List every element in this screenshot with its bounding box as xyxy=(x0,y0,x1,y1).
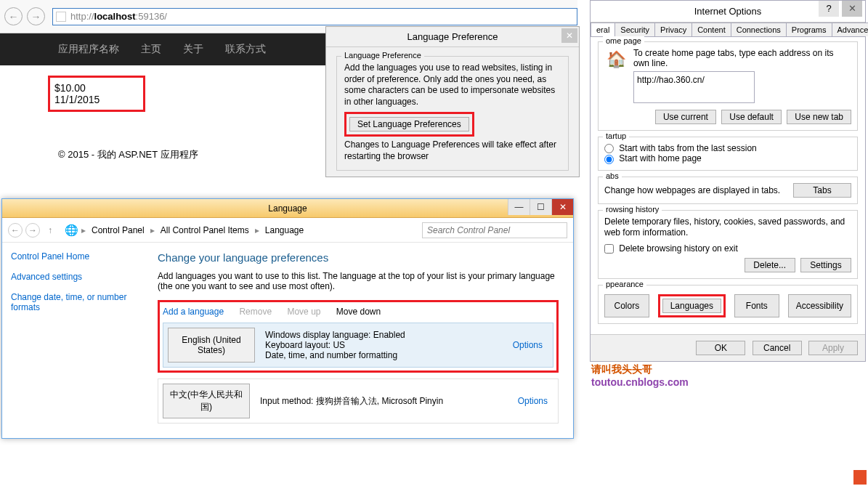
section-title: rowsing history xyxy=(603,205,662,214)
tab-general[interactable]: eral xyxy=(591,23,615,36)
langpref-fieldset: Language Preference Add the languages yo… xyxy=(336,56,569,171)
close-icon[interactable]: ✕ xyxy=(551,199,573,215)
history-settings-button[interactable]: Settings xyxy=(800,258,851,272)
minimize-icon[interactable]: — xyxy=(508,199,530,215)
add-language-link[interactable]: Add a language xyxy=(163,307,224,317)
history-section: rowsing history Delete temporary files, … xyxy=(598,210,858,280)
lang-details: Input method: 搜狗拼音输入法, Microsoft Pinyin xyxy=(260,395,511,408)
delete-on-exit-checkbox[interactable]: Delete browsing history on exit xyxy=(604,243,738,254)
homepage-input[interactable] xyxy=(633,71,755,103)
page-icon xyxy=(56,12,66,22)
colors-button[interactable]: Colors xyxy=(604,294,649,317)
lang-options-link[interactable]: Options xyxy=(513,340,548,350)
homepage-section: ome page 🏠 To create home page tabs, typ… xyxy=(598,41,858,131)
crumb-1[interactable]: Control Panel xyxy=(92,225,145,235)
fieldset-title: Language Preference xyxy=(341,51,424,60)
remove-link[interactable]: Remove xyxy=(239,307,272,317)
window-titlebar: Language — ☐ ✕ xyxy=(2,199,573,218)
set-lang-pref-button[interactable]: Set Language Preferences xyxy=(349,117,469,131)
region-icon: 🌐 xyxy=(65,224,78,237)
dialog-titlebar: Internet Options ? ✕ xyxy=(591,1,865,23)
back-button[interactable]: ← xyxy=(8,223,23,238)
startup-section: tartup Start with tabs from the last ses… xyxy=(598,137,858,171)
tab-privacy[interactable]: Privacy xyxy=(654,23,692,36)
html5-icon xyxy=(853,470,867,485)
nav-contact[interactable]: 联系方式 xyxy=(225,43,266,56)
watermark-line1: 请叫我头头哥 xyxy=(591,363,689,376)
sidebar-cpl-home[interactable]: Control Panel Home xyxy=(11,251,139,262)
sidebar-advanced-settings[interactable]: Advanced settings xyxy=(11,272,139,282)
page-subtext: Add languages you want to use to this li… xyxy=(158,271,559,291)
lang-toolbar: Add a language Remove Move up Move down xyxy=(163,307,553,317)
date-text: 11/1/2015 xyxy=(54,94,100,105)
price-text: $10.00 xyxy=(54,82,100,94)
startup-homepage-radio[interactable]: Start with home page xyxy=(604,153,702,163)
nav-about[interactable]: 关于 xyxy=(183,43,203,56)
tab-content[interactable]: Content xyxy=(691,23,731,36)
use-current-button[interactable]: Use current xyxy=(655,110,716,124)
site-brand[interactable]: 应用程序名称 xyxy=(58,43,119,56)
section-title: tartup xyxy=(603,131,629,140)
search-input[interactable] xyxy=(422,222,567,238)
tab-connections[interactable]: Connections xyxy=(731,23,787,36)
internet-options-dialog: Internet Options ? ✕ eral Security Priva… xyxy=(590,0,866,362)
crumb-2[interactable]: All Control Panel Items xyxy=(161,225,249,235)
back-button[interactable]: ← xyxy=(4,7,23,25)
home-icon: 🏠 xyxy=(604,48,628,71)
highlight-box: $10.00 11/1/2015 xyxy=(48,76,145,112)
maximize-icon[interactable]: ☐ xyxy=(530,199,551,215)
home-desc: To create home page tabs, type each addr… xyxy=(633,48,851,68)
breadcrumb-toolbar: ← → ↑ 🌐 ▸ Control Panel ▸ All Control Pa… xyxy=(2,218,573,243)
langpref-note: Changes to Language Preferences will tak… xyxy=(344,139,561,162)
tabs-desc: Change how webpages are displayed in tab… xyxy=(604,185,793,195)
startup-last-session-radio[interactable]: Start with tabs from the last session xyxy=(604,143,757,153)
dialog-title: Language Preference xyxy=(407,31,498,42)
crumb-3[interactable]: Language xyxy=(265,225,304,235)
apply-button[interactable]: Apply xyxy=(808,341,858,355)
forward-button[interactable]: → xyxy=(25,223,40,238)
lang-badge: 中文(中华人民共和国) xyxy=(163,384,250,418)
page-heading: Change your language preferences xyxy=(158,251,559,264)
ok-button[interactable]: OK xyxy=(696,341,745,355)
dialog-title: Internet Options xyxy=(694,6,762,17)
close-icon[interactable]: ✕ xyxy=(842,1,862,17)
accessibility-button[interactable]: Accessibility xyxy=(788,294,851,317)
window-title: Language xyxy=(268,203,307,214)
lang-badge: English (United States) xyxy=(168,328,255,363)
language-control-panel-window: Language — ☐ ✕ ← → ↑ 🌐 ▸ Control Panel ▸… xyxy=(1,198,574,439)
section-title: ppearance xyxy=(603,280,646,288)
forward-button[interactable]: → xyxy=(27,7,45,25)
close-icon[interactable]: ✕ xyxy=(561,28,577,43)
lang-row-english[interactable]: English (United States) Windows display … xyxy=(163,323,553,368)
cancel-button[interactable]: Cancel xyxy=(753,341,802,355)
fonts-button[interactable]: Fonts xyxy=(734,294,779,317)
tab-advanced[interactable]: Advanced xyxy=(832,23,868,36)
tabs-button[interactable]: Tabs xyxy=(793,183,851,198)
main-panel: Change your language preferences Add lan… xyxy=(147,243,573,438)
use-new-tab-button[interactable]: Use new tab xyxy=(787,110,851,124)
move-down-link[interactable]: Move down xyxy=(336,307,381,317)
nav-home[interactable]: 主页 xyxy=(141,43,161,56)
lang-options-link[interactable]: Options xyxy=(518,396,553,406)
sidebar-date-formats[interactable]: Change date, time, or number formats xyxy=(11,292,139,312)
url-text: http://localhost:59136/ xyxy=(70,11,167,22)
lang-row-chinese[interactable]: 中文(中华人民共和国) Input method: 搜狗拼音输入法, Micro… xyxy=(158,378,559,424)
tab-strip: eral Security Privacy Content Connection… xyxy=(591,23,865,37)
dialog-titlebar: Language Preference ✕ xyxy=(326,27,579,47)
tab-programs[interactable]: Programs xyxy=(786,23,832,36)
highlight-box: Add a language Remove Move up Move down … xyxy=(158,300,559,373)
watermark-line2: toutou.cnblogs.com xyxy=(591,376,689,388)
tabs-section: abs Change how webpages are displayed in… xyxy=(598,177,858,204)
watermark: 请叫我头头哥 toutou.cnblogs.com xyxy=(591,363,689,388)
languages-button[interactable]: Languages xyxy=(662,299,721,313)
up-button[interactable]: ↑ xyxy=(43,223,57,238)
dialog-footer: OK Cancel Apply xyxy=(591,334,865,361)
address-bar[interactable]: http://localhost:59136/ xyxy=(52,8,577,25)
delete-button[interactable]: Delete... xyxy=(745,258,795,272)
help-icon[interactable]: ? xyxy=(819,1,839,17)
use-default-button[interactable]: Use default xyxy=(721,110,782,124)
move-up-link[interactable]: Move up xyxy=(287,307,320,317)
tab-security[interactable]: Security xyxy=(615,23,655,36)
lang-details: Windows display language: Enabled Keyboa… xyxy=(265,330,506,360)
appearance-section: ppearance Colors Languages Fonts Accessi… xyxy=(598,285,858,324)
